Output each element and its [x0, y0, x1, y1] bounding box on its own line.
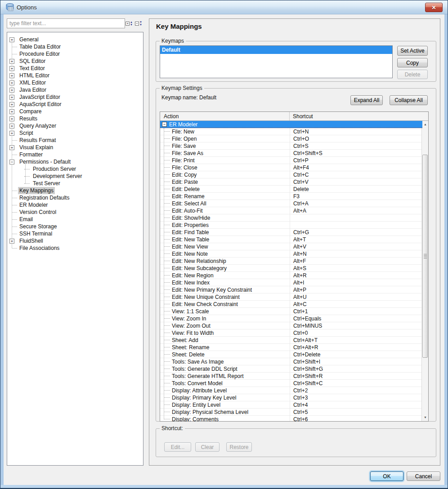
tree-collapse-all-icon[interactable]: − ▼▼ — [135, 20, 143, 27]
tree-item-javascript-editor[interactable]: +JavaScript Editor — [7, 93, 143, 101]
table-row-display-physical-schema-level[interactable]: Display: Physical Schema LevelCtrl+5 — [160, 409, 422, 416]
tree-item-general[interactable]: +General — [7, 36, 143, 43]
tree-item-fluidshell[interactable]: +FluidShell — [7, 237, 143, 244]
table-row-view-1-1-scale[interactable]: View: 1:1 ScaleCtrl+1 — [160, 308, 422, 315]
table-row-file-close[interactable]: File: CloseAlt+F4 — [160, 164, 422, 171]
table-row-edit-new-region[interactable]: Edit: New RegionAlt+R — [160, 272, 422, 279]
tree-item-sql-editor[interactable]: +SQL Editor — [7, 58, 143, 65]
tree-item-text-editor[interactable]: +Text Editor — [7, 65, 143, 72]
table-row-edit-new-table[interactable]: Edit: New TableAlt+T — [160, 236, 422, 243]
tree-item-html-editor[interactable]: +HTML Editor — [7, 72, 143, 79]
edit-button[interactable]: Edit... — [164, 442, 191, 452]
restore-button[interactable]: Restore — [226, 442, 252, 452]
tree-item-xml-editor[interactable]: +XML Editor — [7, 79, 143, 86]
tree-item-permissions-default[interactable]: −Permissions - Default — [7, 158, 143, 165]
table-row-tools-generate-html-report[interactable]: Tools: Generate HTML ReportCtrl+Shift+R — [160, 373, 422, 380]
expand-plus-icon[interactable]: + — [9, 95, 14, 100]
table-row-file-open[interactable]: File: OpenCtrl+O — [160, 135, 422, 142]
clear-button[interactable]: Clear — [195, 442, 220, 452]
table-row-edit-properties[interactable]: Edit: Properties — [160, 222, 422, 229]
tree-item-aquascript-editor[interactable]: +AquaScript Editor — [7, 101, 143, 108]
collapse-minus-icon[interactable]: − — [162, 122, 167, 127]
table-row-edit-find-table[interactable]: Edit: Find TableCtrl+G — [160, 229, 422, 236]
table-row-edit-new-check-constraint[interactable]: Edit: New Check ConstraintAlt+C — [160, 301, 422, 308]
tree-item-file-associations[interactable]: File Associations — [7, 244, 143, 252]
table-row-file-new[interactable]: File: NewCtrl+N — [160, 128, 422, 135]
cancel-button[interactable]: Cancel — [407, 471, 440, 481]
tree-item-ssh-terminal[interactable]: SSH Terminal — [7, 230, 143, 237]
tree-item-script[interactable]: +Script — [7, 129, 143, 137]
scroll-thumb[interactable] — [422, 155, 428, 358]
expand-all-button[interactable]: Expand All — [350, 95, 383, 105]
keymap-list[interactable]: Default — [160, 45, 393, 78]
expand-plus-icon[interactable]: + — [9, 88, 14, 93]
table-row-view-zoom-out[interactable]: View: Zoom OutCtrl+MINUS — [160, 322, 422, 329]
column-header-action[interactable]: Action — [160, 112, 290, 120]
table-row-edit-select-all[interactable]: Edit: Select AllCtrl+A — [160, 200, 422, 207]
expand-plus-icon[interactable]: + — [9, 59, 14, 64]
table-row-file-print[interactable]: File: PrintCtrl+P — [160, 157, 422, 164]
keymap-list-item-default[interactable]: Default — [160, 46, 392, 54]
expand-plus-icon[interactable]: + — [9, 145, 14, 150]
tree-item-procedure-editor[interactable]: Procedure Editor — [7, 50, 143, 58]
table-row-tools-generate-ddl-script[interactable]: Tools: Generate DDL ScriptCtrl+Shift+G — [160, 365, 422, 373]
expand-plus-icon[interactable]: + — [9, 116, 14, 121]
close-button[interactable]: ✕ — [425, 3, 443, 12]
expand-plus-icon[interactable]: + — [9, 131, 14, 136]
expand-plus-icon[interactable]: + — [9, 124, 14, 129]
tree-item-development-server[interactable]: Development Server — [7, 173, 143, 180]
tree-item-query-analyzer[interactable]: +Query Analyzer — [7, 122, 143, 129]
filter-input[interactable] — [7, 18, 125, 28]
tree-item-formatter[interactable]: Formatter — [7, 151, 143, 158]
table-row-edit-new-relationship[interactable]: Edit: New RelationshipAlt+F — [160, 258, 422, 265]
table-row-edit-new-subcategory[interactable]: Edit: New SubcategoryAlt+S — [160, 265, 422, 272]
tree-item-secure-storage[interactable]: Secure Storage — [7, 223, 143, 230]
table-row-edit-show-hide[interactable]: Edit: Show/Hide — [160, 214, 422, 222]
tree-item-compare[interactable]: +Compare — [7, 108, 143, 115]
tree-item-email[interactable]: Email — [7, 216, 143, 223]
table-row-display-comments[interactable]: Display: CommentsCtrl+6 — [160, 416, 422, 421]
table-row-edit-new-note[interactable]: Edit: New NoteAlt+N — [160, 250, 422, 258]
table-row-edit-auto-fit[interactable]: Edit: Auto-FitAlt+A — [160, 207, 422, 214]
titlebar[interactable]: Options ✕ — [0, 0, 448, 14]
tree-item-registration-defaults[interactable]: Registration Defaults — [7, 194, 143, 201]
tree-item-version-control[interactable]: Version Control — [7, 209, 143, 216]
table-row-display-primary-key-level[interactable]: Display: Primary Key LevelCtrl+3 — [160, 394, 422, 401]
table-row-display-entity-level[interactable]: Display: Entity LevelCtrl+4 — [160, 401, 422, 409]
vertical-scrollbar[interactable]: ▲ ▼ — [421, 121, 428, 421]
tree-expand-all-icon[interactable]: + ▲▼ — [125, 20, 134, 27]
expand-plus-icon[interactable]: + — [9, 73, 14, 78]
table-row-sheet-add[interactable]: Sheet: AddCtrl+Alt+T — [160, 337, 422, 344]
tree-item-test-server[interactable]: Test Server — [7, 180, 143, 187]
expand-plus-icon[interactable]: + — [9, 102, 14, 107]
scroll-up-icon[interactable]: ▲ — [422, 121, 429, 128]
table-row-file-save[interactable]: File: SaveCtrl+S — [160, 142, 422, 150]
table-row-edit-new-index[interactable]: Edit: New IndexAlt+I — [160, 279, 422, 286]
ok-button[interactable]: OK — [370, 471, 403, 481]
expand-plus-icon[interactable]: + — [9, 37, 14, 42]
expand-plus-icon[interactable]: + — [9, 109, 14, 114]
collapse-minus-icon[interactable]: − — [9, 160, 14, 164]
tree-item-results-format[interactable]: Results Format — [7, 137, 143, 144]
expand-plus-icon[interactable]: + — [9, 80, 14, 85]
table-row-edit-paste[interactable]: Edit: PasteCtrl+V — [160, 178, 422, 186]
table-row-edit-new-view[interactable]: Edit: New ViewAlt+V — [160, 243, 422, 250]
tree-item-key-mappings[interactable]: Key Mappings — [7, 187, 143, 194]
expand-plus-icon[interactable]: + — [9, 239, 14, 244]
scroll-down-icon[interactable]: ▼ — [422, 414, 429, 421]
column-header-shortcut[interactable]: Shortcut — [290, 112, 428, 120]
table-row-edit-copy[interactable]: Edit: CopyCtrl+C — [160, 171, 422, 178]
table-row-sheet-delete[interactable]: Sheet: DeleteCtrl+Delete — [160, 351, 422, 358]
tree-item-er-modeler[interactable]: ER Modeler — [7, 201, 143, 209]
table-row-edit-delete[interactable]: Edit: DeleteDelete — [160, 186, 422, 193]
table-row-view-zoom-in[interactable]: View: Zoom InCtrl+Equals — [160, 315, 422, 322]
delete-button[interactable]: Delete — [397, 70, 428, 79]
tree-item-production-server[interactable]: Production Server — [7, 165, 143, 173]
table-row-display-attribute-level[interactable]: Display: Attribute LevelCtrl+2 — [160, 387, 422, 394]
tree-item-java-editor[interactable]: +Java Editor — [7, 86, 143, 93]
collapse-all-button[interactable]: Collapse All — [390, 95, 428, 105]
table-row-edit-new-primary-key-constraint[interactable]: Edit: New Primary Key ConstraintAlt+P — [160, 286, 422, 293]
set-active-button[interactable]: Set Active — [397, 46, 428, 56]
expand-plus-icon[interactable]: + — [9, 66, 14, 71]
table-row-edit-rename[interactable]: Edit: RenameF3 — [160, 193, 422, 200]
